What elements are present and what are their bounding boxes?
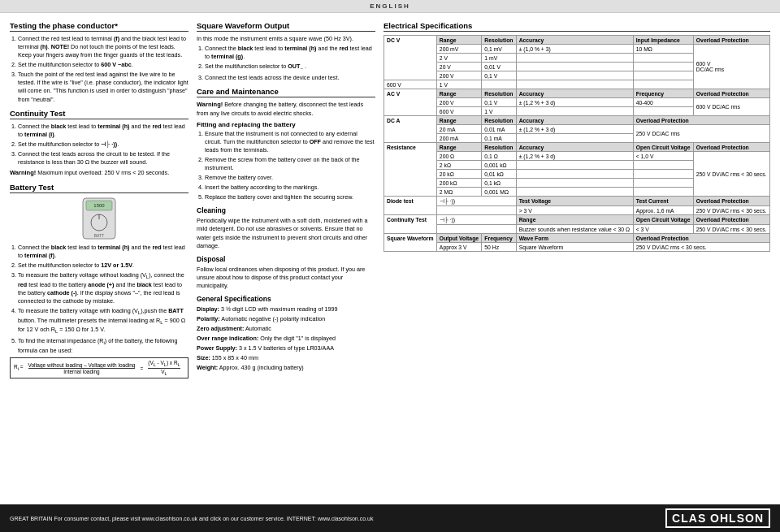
section-general-specs: General Specifications Display: 3 ½ digi… [197,295,375,373]
cell [633,63,693,71]
cell: 20 kΩ [436,170,481,179]
continuity-warning: Warning! Maximum input overload: 250 V r… [10,169,188,178]
list-item: Connect the black test lead to terminal … [18,123,188,139]
cell: 0,1 V [482,98,516,107]
cell [516,170,633,179]
cell: 200 mV [436,45,481,54]
top-bar: ENGLISH [0,0,780,13]
col-header: Open Circuit Voltage [633,215,693,225]
list-item: Touch the point of the red test lead aga… [18,71,188,103]
list-item: Ensure that the instrument is not connec… [205,130,375,154]
cell: 0,001 kΩ [482,161,516,170]
continuity-test-heading: Continuity Test [10,109,188,119]
col-header-range: Range [436,36,481,45]
cell: 0,1 V [482,71,516,80]
cell: 600 V [384,80,437,89]
cell: Buzzer sounds when resistance value < 30… [516,225,633,234]
table-row: 20 mA 0,01 mA ± (1,2 % + 3 d) 250 V DC/A… [384,125,770,134]
table-row: > 3 V Approx. 1,6 mA 250 V DV/AC rms < 3… [384,206,770,215]
svg-text:BATT: BATT [94,233,104,238]
col-header: Wave Form [516,234,633,243]
cell: 600 VDC/AC rms [693,45,769,89]
cell [633,179,693,188]
list-item: Connect the black test lead to terminal … [205,45,375,61]
cell [516,161,633,170]
cell: 2 kΩ [436,161,481,170]
col-header: Overload Protection [693,197,769,206]
fitting-battery-heading: Fitting and replacing the battery [197,121,375,128]
square-waveform-intro: In this mode the instrument emits a squa… [197,35,375,43]
cell: 600 V DC/AC rms [693,98,769,116]
table-row: AC V Range Resolution Accuracy Frequency… [384,89,770,98]
list-item: Remove the screw from the battery cover … [205,156,375,172]
cell [633,188,693,197]
cleaning-text: Periodically wipe the instrument with a … [197,217,375,249]
overrange-spec: Over range indication: Only the digit "1… [197,335,375,343]
square-waveform-label: Square Waveform [384,234,437,252]
col-header: Accuracy [516,143,633,152]
list-item: Connect the test leads across the circui… [18,150,188,167]
cell [516,54,633,63]
dc-a-label: DC A [384,116,437,143]
col-header: Resolution [482,143,516,152]
multimeter-image: 1500 BATT [75,197,124,241]
square-waveform-heading: Square Waveform Output [197,21,375,32]
table-row: Resistance Range Resolution Accuracy Ope… [384,143,770,152]
cell: 10 MΩ [633,45,693,54]
col-header: Overload Protection [693,89,769,98]
table-row: 200 mV 0,1 mV ± (1,0 % + 3) 10 MΩ 600 VD… [384,45,770,54]
col-header: Resolution [482,89,516,98]
col-header: Range [436,143,481,152]
col-header: Overload Protection [693,143,769,152]
cell: 2 V [436,54,481,63]
cell: > 3 V [516,206,633,215]
cell: 0,1 mV [482,45,516,54]
cell: 50 Hz [482,243,516,252]
table-row: Buzzer sounds when resistance value < 30… [384,225,770,234]
electrical-specs-table: DC V Range Resolution Accuracy Input Imp… [384,35,770,252]
cell [633,170,693,179]
table-row: DC A Range Resolution Accuracy Overload … [384,116,770,125]
formula-equals: = [140,365,143,371]
brand-logo: CLAS OHLSON [665,508,770,528]
col-header: Range [436,89,481,98]
cell [633,71,693,80]
cell: Square Waveform [516,243,633,252]
cell [482,80,516,89]
cell: 250 V DV/AC rms < 30 secs. [693,206,769,215]
cell: ± (1,0 % + 3) [516,45,633,54]
list-item: Set the multifunction selector to 12V or… [18,262,188,270]
list-item: Set the multifunction selector to 600 V … [18,61,188,69]
formula-numerator: Voltage without loading – Voltage with l… [28,362,136,368]
col-header: Test Current [633,197,693,206]
col-header: Overload Protection [693,215,769,225]
table-row: 200 Ω 0,1 Ω ± (1,2 % + 3 d) < 1,0 V 250 … [384,152,770,161]
cell [633,107,693,116]
table-row: Diode test ⊣├ ·)) Test Voltage Test Curr… [384,197,770,206]
cell: 0,01 kΩ [482,170,516,179]
cell: 1 V [482,107,516,116]
col-header: Open Circuit Voltage [633,143,693,152]
bottom-bar-text: GREAT BRITAIN For consumer contact, plea… [10,516,373,521]
middle-column: Square Waveform Output In this mode the … [197,21,375,500]
left-column: Testing the phase conductor* Connect the… [10,21,188,500]
table-row: Square Waveform Output Voltage Frequency… [384,234,770,243]
cell [436,225,516,234]
cell: < 1,0 V [633,152,693,161]
list-item: Replace the battery cover and tighten th… [205,193,375,201]
col-header-accuracy: Accuracy [516,36,633,45]
cell [516,188,633,197]
ac-v-label: AC V [384,89,437,116]
svg-text:1500: 1500 [93,203,105,208]
section-battery-test: Battery Test 1500 BATT Connect the black… [10,183,188,378]
zero-spec: Zero adjustment: Automatic [197,325,375,333]
testing-phase-heading: Testing the phase conductor* [10,21,188,32]
bottom-bar: GREAT BRITAIN For consumer contact, plea… [0,504,780,532]
cell: 20 mA [436,125,481,134]
weight-spec: Weight: Approx. 430 g (including battery… [197,364,375,372]
cell [516,71,633,80]
testing-phase-list: Connect the red test lead to terminal (f… [10,35,188,104]
cell: 1 V [436,80,481,89]
power-spec: Power Supply: 3 x 1.5 V batteries of typ… [197,344,375,353]
cell: 250 V DV/AC rms < 30 secs. [693,225,769,234]
